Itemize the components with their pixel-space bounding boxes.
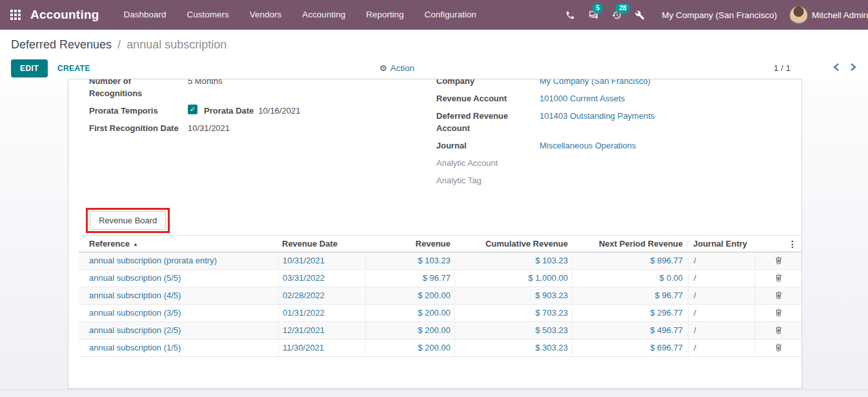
- cell-journal-entry[interactable]: /: [688, 252, 754, 269]
- cell-revenue[interactable]: $ 103.23: [365, 252, 454, 269]
- cell-next-period-revenue[interactable]: $ 296.77: [572, 305, 688, 321]
- cell-journal-entry[interactable]: /: [688, 340, 754, 356]
- user-menu[interactable]: Mitchell Admin: [812, 10, 868, 20]
- field-label: Journal: [436, 139, 540, 152]
- messages-icon[interactable]: 5: [581, 0, 605, 30]
- apps-grid-icon[interactable]: [10, 10, 21, 21]
- activities-icon[interactable]: 28: [605, 0, 628, 30]
- field-label: First Recognition Date: [89, 122, 188, 134]
- prorata-checkbox[interactable]: ✓: [188, 105, 197, 114]
- cell-reference[interactable]: annual subscription (5/5): [79, 270, 278, 287]
- cell-cumulative-revenue[interactable]: $ 903.23: [454, 287, 572, 304]
- cell-journal-entry[interactable]: /: [688, 270, 754, 287]
- avatar[interactable]: [790, 6, 807, 24]
- cell-cumulative-revenue[interactable]: $ 703.23: [454, 305, 572, 321]
- form-sheet: Number of Recognitions 5 Months Prorata …: [68, 79, 802, 389]
- pager-next-button[interactable]: [845, 63, 862, 73]
- cell-next-period-revenue[interactable]: $ 0.00: [572, 270, 688, 287]
- cell-revenue[interactable]: $ 96.77: [365, 270, 454, 287]
- field-value-link[interactable]: 101000 Current Assets: [540, 92, 625, 105]
- nav-item-customers[interactable]: Customers: [177, 0, 239, 30]
- table-row[interactable]: annual subscription (3/5) 01/31/2022 $ 2…: [79, 305, 802, 322]
- cell-reference[interactable]: annual subscription (3/5): [79, 305, 278, 321]
- delete-row-button[interactable]: [772, 289, 785, 303]
- phone-icon[interactable]: [558, 0, 581, 30]
- cell-revenue-date[interactable]: 03/31/2022: [278, 270, 365, 287]
- cell-next-period-revenue[interactable]: $ 696.77: [572, 340, 688, 356]
- cell-revenue[interactable]: $ 200.00: [365, 305, 454, 321]
- breadcrumb-parent[interactable]: Deferred Revenues: [11, 38, 112, 51]
- nav-item-accounting[interactable]: Accounting: [292, 0, 356, 30]
- delete-row-button[interactable]: [772, 324, 785, 338]
- breadcrumb: Deferred Revenues / annual subscription: [0, 30, 868, 52]
- create-button[interactable]: CREATE: [57, 64, 90, 73]
- field-journal: Journal Miscellaneous Operations: [436, 139, 802, 152]
- cell-revenue-date[interactable]: 11/30/2021: [278, 340, 365, 356]
- optional-columns-icon[interactable]: ⋮: [754, 236, 802, 252]
- header-revenue-date[interactable]: Revenue Date: [278, 236, 365, 252]
- field-label: Prorata Temporis: [89, 105, 188, 117]
- cell-next-period-revenue[interactable]: $ 96.77: [572, 287, 688, 304]
- nav-item-reporting[interactable]: Reporting: [356, 0, 414, 30]
- cell-revenue-date[interactable]: 12/31/2021: [278, 322, 365, 339]
- table-header: Reference▲ Revenue Date Revenue Cumulati…: [79, 235, 802, 252]
- cell-revenue-date[interactable]: 10/31/2021: [278, 252, 365, 269]
- bottom-strip: [0, 389, 868, 397]
- breadcrumb-separator: /: [117, 38, 121, 51]
- cell-cumulative-revenue[interactable]: $ 1,000.00: [454, 270, 572, 287]
- cell-journal-entry[interactable]: /: [688, 287, 754, 304]
- field-value-link[interactable]: 101403 Outstanding Payments: [540, 110, 655, 134]
- cell-reference[interactable]: annual subscription (1/5): [79, 340, 278, 356]
- table-row[interactable]: annual subscription (prorata entry) 10/3…: [79, 252, 802, 270]
- header-revenue[interactable]: Revenue: [365, 236, 454, 252]
- field-label: Revenue Account: [436, 92, 540, 105]
- cell-reference[interactable]: annual subscription (4/5): [79, 287, 278, 304]
- delete-row-button[interactable]: [772, 341, 785, 355]
- cell-journal-entry[interactable]: /: [688, 322, 754, 339]
- table-row[interactable]: annual subscription (2/5) 12/31/2021 $ 2…: [79, 322, 802, 340]
- cell-revenue[interactable]: $ 200.00: [365, 287, 454, 304]
- header-cumulative-revenue[interactable]: Cumulative Revenue: [454, 236, 572, 252]
- nav-item-vendors[interactable]: Vendors: [239, 0, 292, 30]
- table-row[interactable]: annual subscription (4/5) 02/28/2022 $ 2…: [79, 287, 802, 305]
- trash-icon: [774, 343, 783, 352]
- trash-icon: [774, 308, 783, 317]
- table-row[interactable]: annual subscription (1/5) 11/30/2021 $ 2…: [79, 340, 802, 357]
- delete-row-button[interactable]: [772, 254, 785, 268]
- delete-row-button[interactable]: [772, 307, 785, 320]
- cell-next-period-revenue[interactable]: $ 496.77: [572, 322, 688, 339]
- pager-previous-button[interactable]: [828, 63, 845, 73]
- cell-revenue-date[interactable]: 02/28/2022: [278, 287, 365, 304]
- cell-reference[interactable]: annual subscription (prorata entry): [79, 252, 278, 269]
- cell-revenue[interactable]: $ 200.00: [365, 322, 454, 339]
- breadcrumb-current: annual subscription: [126, 38, 227, 51]
- nav-item-dashboard[interactable]: Dashboard: [114, 0, 177, 30]
- header-next-period-revenue[interactable]: Next Period Revenue: [572, 236, 688, 252]
- cell-journal-entry[interactable]: /: [688, 305, 754, 321]
- sort-asc-icon: ▲: [133, 241, 138, 247]
- delete-row-button[interactable]: [772, 272, 785, 285]
- nav-item-configuration[interactable]: Configuration: [414, 0, 487, 30]
- form-fields: Number of Recognitions 5 Months Prorata …: [68, 79, 802, 192]
- company-switcher[interactable]: My Company (San Francisco): [661, 10, 777, 20]
- table-row[interactable]: annual subscription (5/5) 03/31/2022 $ 9…: [79, 270, 802, 287]
- cell-revenue-date[interactable]: 01/31/2022: [278, 305, 365, 321]
- cell-cumulative-revenue[interactable]: $ 303.23: [454, 340, 572, 356]
- header-reference[interactable]: Reference▲: [79, 236, 278, 252]
- cell-cumulative-revenue[interactable]: $ 503.23: [454, 322, 572, 339]
- table-body: annual subscription (prorata entry) 10/3…: [79, 252, 802, 357]
- cell-reference[interactable]: annual subscription (2/5): [79, 322, 278, 339]
- pager-value[interactable]: 1 / 1: [774, 63, 791, 73]
- cell-cumulative-revenue[interactable]: $ 103.23: [454, 252, 572, 269]
- edit-button[interactable]: EDIT: [11, 59, 48, 77]
- revenue-board-button[interactable]: Revenue Board: [90, 211, 166, 230]
- action-menu[interactable]: ⚙Action: [379, 63, 414, 73]
- field-value-link[interactable]: My Company (San Francisco): [540, 79, 651, 87]
- trash-icon: [774, 325, 783, 334]
- header-journal-entry[interactable]: Journal Entry: [688, 236, 754, 252]
- debug-tools-icon[interactable]: [628, 0, 651, 30]
- app-name[interactable]: Accounting: [30, 8, 99, 22]
- cell-next-period-revenue[interactable]: $ 896.77: [572, 252, 688, 269]
- field-value-link[interactable]: Miscellaneous Operations: [540, 139, 636, 152]
- cell-revenue[interactable]: $ 200.00: [365, 340, 454, 356]
